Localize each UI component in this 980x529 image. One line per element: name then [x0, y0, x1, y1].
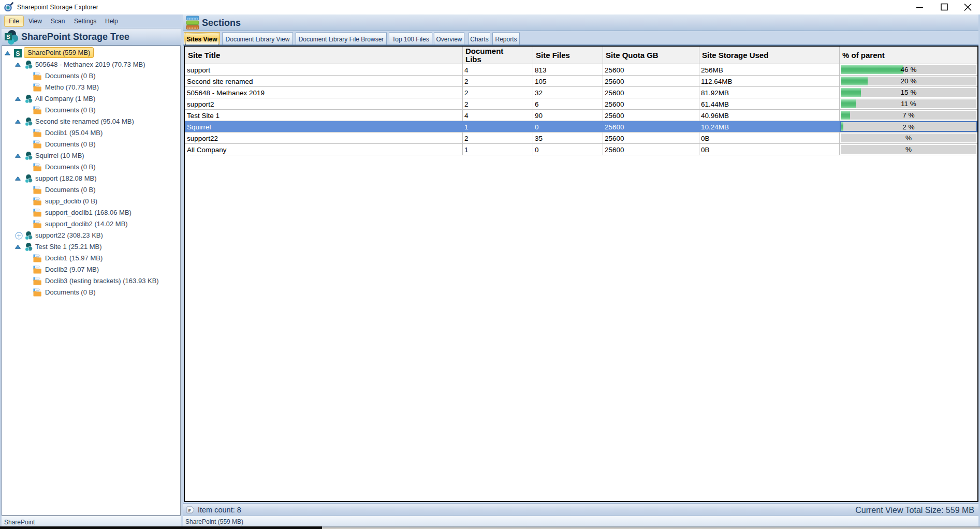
svg-text:S: S [6, 34, 10, 40]
svg-text:S: S [16, 50, 20, 57]
svg-text:#: # [188, 508, 191, 513]
